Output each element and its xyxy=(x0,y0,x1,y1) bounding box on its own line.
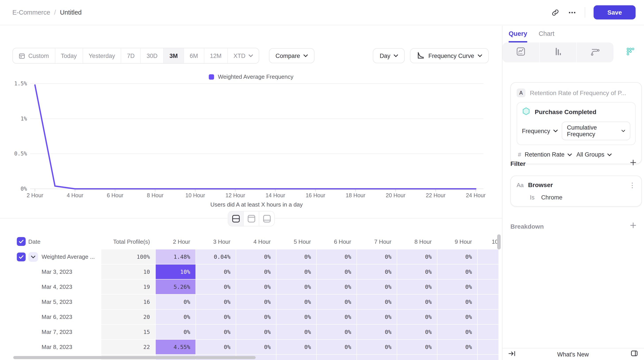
heat-cell: 1.48% xyxy=(156,250,196,264)
frequency-label: Frequency xyxy=(522,128,550,134)
cumulative-frequency-dropdown[interactable]: Cumulative Frequency xyxy=(562,122,630,140)
select-all-checkbox[interactable] xyxy=(17,237,26,246)
heat-cell: 0% xyxy=(196,324,236,339)
whats-new-link[interactable]: What's New xyxy=(516,351,630,358)
breadcrumb-project[interactable]: E-Commerce xyxy=(12,9,50,16)
column-header: 10 Hour xyxy=(478,234,498,250)
heat-cell: 0% xyxy=(397,324,437,339)
layout-chart-only-button[interactable] xyxy=(244,212,259,226)
table-row: Mar 8, 2023224.55%0%0%0%0%0%0%0% xyxy=(13,340,498,354)
column-header: 4 Hour xyxy=(236,234,276,250)
filter-operator[interactable]: Is xyxy=(530,194,534,201)
row-date-label: Mar 3, 2023 xyxy=(42,268,72,275)
chart-style-label: Frequency Curve xyxy=(428,52,474,59)
table-vertical-scrollbar[interactable] xyxy=(497,234,501,250)
heat-cell: 0% xyxy=(317,310,356,324)
table-header-row: DateTotal Profile(s)2 Hour3 Hour4 Hour5 … xyxy=(13,234,498,250)
frequency-row: Frequency Cumulative Frequency xyxy=(522,122,630,140)
row-total-cell: 100% xyxy=(101,250,155,264)
save-button[interactable]: Save xyxy=(594,5,636,20)
granularity-dropdown[interactable]: Day xyxy=(373,48,405,63)
row-date-label: Mar 8, 2023 xyxy=(42,344,72,350)
heat-cell: 0% xyxy=(438,264,477,279)
breadcrumb-page-title[interactable]: Untitled xyxy=(60,9,82,16)
range-button-yesterday[interactable]: Yesterday xyxy=(83,48,121,63)
range-button-6m[interactable]: 6M xyxy=(184,48,204,63)
side-panel-toggle-icon[interactable] xyxy=(630,350,638,359)
column-header: 3 Hour xyxy=(196,234,236,250)
row-checkbox[interactable] xyxy=(17,252,26,261)
svg-text:24 Hour: 24 Hour xyxy=(466,192,486,198)
chart-style-dropdown[interactable]: Frequency Curve xyxy=(410,48,489,63)
heat-cell: 0% xyxy=(196,280,236,294)
frequency-dropdown[interactable]: Frequency xyxy=(522,128,558,134)
heat-cell: 0% xyxy=(317,324,356,339)
heat-cell xyxy=(438,355,477,360)
heat-cell: 0% xyxy=(397,294,437,309)
report-insights-tab[interactable] xyxy=(502,42,539,62)
all-groups-dropdown[interactable]: All Groups xyxy=(576,151,612,158)
flows-icon xyxy=(590,46,600,58)
breadcrumb-separator: / xyxy=(54,9,56,16)
range-button-custom[interactable]: Custom xyxy=(13,48,55,63)
event-row[interactable]: Purchase Completed xyxy=(522,107,630,117)
row-total-cell: 16 xyxy=(101,294,155,309)
range-button-30d[interactable]: 30D xyxy=(141,48,164,63)
heat-cell xyxy=(478,264,498,279)
table-horizontal-scrollbar[interactable] xyxy=(13,356,256,359)
filter-property-row[interactable]: Aa Browser ⋮ xyxy=(516,181,636,188)
heat-cell: 0% xyxy=(357,250,397,264)
range-button-3m[interactable]: 3M xyxy=(164,48,184,63)
range-label: 6M xyxy=(190,52,198,59)
filter-menu-icon[interactable]: ⋮ xyxy=(629,182,636,188)
svg-text:12 Hour: 12 Hour xyxy=(226,192,245,198)
tab-query[interactable]: Query xyxy=(509,30,527,42)
heat-cell: 0% xyxy=(317,294,356,309)
share-link-icon[interactable] xyxy=(551,8,560,16)
report-funnels-tab[interactable] xyxy=(540,42,576,62)
table-row: Mar 5, 2023160%0%0%0%0%0%0%0% xyxy=(13,294,498,309)
column-header: 6 Hour xyxy=(317,234,356,250)
add-filter-button[interactable] xyxy=(630,159,636,168)
layout-table-only-button[interactable] xyxy=(259,212,274,226)
range-button-7d[interactable]: 7D xyxy=(121,48,141,63)
add-breakdown-button[interactable] xyxy=(630,222,636,230)
range-button-today[interactable]: Today xyxy=(55,48,83,63)
filter-value[interactable]: Chrome xyxy=(541,194,562,201)
range-button-12m[interactable]: 12M xyxy=(204,48,228,63)
svg-text:14 Hour: 14 Hour xyxy=(266,192,285,198)
query-title-input[interactable]: Retention Rate of Frequency of P... xyxy=(530,89,626,96)
collapse-panel-icon[interactable] xyxy=(508,350,516,359)
range-label: 7D xyxy=(127,52,135,59)
report-retention-tab[interactable] xyxy=(614,42,644,62)
column-header: 7 Hour xyxy=(357,234,397,250)
frequency-line-chart[interactable]: 0%0.5%1%1.5%2 Hour4 Hour6 Hour8 Hour10 H… xyxy=(0,81,502,209)
heat-cell: 0% xyxy=(156,324,196,339)
layout-split-view-button[interactable] xyxy=(228,212,244,226)
heat-cell: 0% xyxy=(438,250,477,264)
row-date-label: Mar 5, 2023 xyxy=(42,298,72,305)
heat-cell xyxy=(478,340,498,354)
tab-chart[interactable]: Chart xyxy=(539,30,554,42)
more-options-icon[interactable] xyxy=(568,8,576,16)
panel-tabs: Query Chart xyxy=(502,26,644,42)
funnels-icon xyxy=(553,46,563,58)
legend-series-label: Weighted Average Frequency xyxy=(218,74,294,80)
compare-button[interactable]: Compare xyxy=(269,48,315,63)
row-total-cell: 20 xyxy=(101,310,155,324)
row-date-label: Mar 7, 2023 xyxy=(42,328,72,335)
heat-cell xyxy=(478,250,498,264)
heat-cell: 0% xyxy=(196,264,236,279)
report-flows-tab[interactable] xyxy=(577,42,614,62)
heat-cell xyxy=(478,355,498,360)
event-name: Purchase Completed xyxy=(535,108,596,116)
heat-cell: 0% xyxy=(196,340,236,354)
retention-rate-dropdown[interactable]: Retention Rate xyxy=(524,151,572,158)
expand-row-chevron-icon[interactable] xyxy=(28,252,38,262)
svg-text:20 Hour: 20 Hour xyxy=(386,192,406,198)
range-button-xtd[interactable]: XTD xyxy=(228,48,259,63)
heat-cell: 0% xyxy=(397,250,437,264)
heat-cell: 0% xyxy=(317,340,356,354)
filter-condition-row: Is Chrome xyxy=(516,194,636,201)
heat-cell: 0% xyxy=(397,310,437,324)
